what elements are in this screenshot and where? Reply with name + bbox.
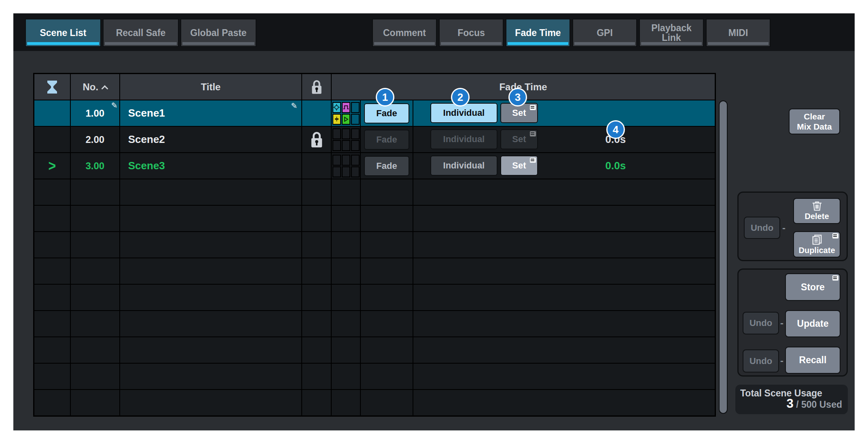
scene-title-cell[interactable]: Scene1 ✎ [120,100,301,126]
fade-time-cell [413,390,715,415]
empty-scene-row[interactable] [34,206,715,231]
tab-label: Comment [383,28,426,38]
empty-scene-row[interactable] [34,364,715,389]
hourglass-icon [47,80,58,94]
empty-scene-row[interactable] [34,311,715,336]
scene-number-cell[interactable]: 1.00 ✎ [71,100,119,126]
scene-title-cell [120,179,301,205]
scene-number-cell [71,364,119,389]
fade-cell [361,311,413,336]
undo-recall-button[interactable]: Undo [743,349,779,373]
lock-cell[interactable] [302,153,331,179]
empty-scene-row[interactable] [34,390,715,415]
scene-number-cell [71,390,119,415]
fade-time-value: 0.0s [587,153,644,179]
fade-column-header[interactable] [34,74,70,100]
fade-cell [361,179,413,205]
status-icon-empty [342,155,350,166]
next-recall-arrow-icon: > [49,157,56,175]
empty-scene-row[interactable] [34,179,715,205]
scene-title-cell[interactable]: Scene3 [120,153,301,179]
tab-fade-time[interactable]: Fade Time [506,19,570,47]
cursor-cell [34,390,70,415]
scene-list-window: Scene List Recall Safe Global Paste Comm… [13,13,855,430]
scene-title: Scene3 [120,160,165,172]
scene-number-cell[interactable]: 3.00 [71,153,119,179]
empty-scene-row[interactable] [34,285,715,310]
callout-badge-1: 1 [376,88,394,106]
fade-toggle-button[interactable]: Fade [364,130,409,150]
fade-toggle-button[interactable]: Fade [364,156,409,176]
lock-column-header[interactable] [302,74,331,100]
edit-title-pencil-icon[interactable]: ✎ [291,102,297,110]
tab-scene-list[interactable]: Scene List [25,19,101,47]
callout-badge-3: 3 [508,88,527,106]
tab-focus[interactable]: Focus [439,19,504,47]
lock-cell [302,179,331,205]
scene-title-cell [120,311,301,336]
tab-comment[interactable]: Comment [372,19,437,47]
undo-update-button[interactable]: Undo [743,312,779,334]
undo-link-dash: - [782,222,785,234]
duplicate-button[interactable]: Duplicate [793,231,840,258]
status-icon-empty [332,155,341,166]
set-button-label: Set [512,160,526,171]
fade-cell: Fade [361,127,413,152]
duplicate-label: Duplicate [798,246,835,255]
fade-time-cell [413,206,715,231]
clear-mix-data-label: Clear [804,112,825,121]
status-icon-empty [351,166,360,177]
edit-number-pencil-icon[interactable]: ✎ [111,102,118,109]
recall-button[interactable]: Recall [785,347,840,374]
popup-window-icon [530,105,536,110]
tab-gpi[interactable]: GPI [572,19,637,47]
cursor-cell [34,337,70,363]
tab-playback-link[interactable]: Playback Link [639,19,704,47]
tab-recall-safe[interactable]: Recall Safe [103,19,179,47]
status-icon-empty [351,114,360,125]
title-column-header[interactable]: Title [120,74,301,100]
undo-delete-button[interactable]: Undo [744,217,780,239]
tab-midi[interactable]: MIDI [706,19,771,47]
store-button[interactable]: Store [785,273,840,301]
individual-toggle-button[interactable]: Individual [430,155,498,176]
scene-row-3[interactable]: > 3.00 Scene3 Fade Individual Se [34,153,715,179]
set-button[interactable]: Set [500,129,538,149]
scene-list-scrollbar[interactable] [719,100,728,414]
fade-time-cell [413,258,715,284]
usage-value: 3 / 500 Used [787,396,842,411]
table-header-row: No. Title Fade Time [34,74,715,100]
fade-cell [361,390,413,415]
fade-time-cell [413,337,715,363]
lock-icon [310,131,324,149]
scene-title-cell [120,258,301,284]
scene-title: Scene1 [120,107,165,119]
duplicate-pages-icon [811,234,823,245]
scene-title-cell [120,232,301,258]
lock-cell[interactable] [302,127,331,152]
set-button[interactable]: Set [500,155,538,176]
scene-title-cell[interactable]: Scene2 [120,127,301,152]
individual-toggle-button[interactable]: Individual [430,129,498,149]
scene-number-cell[interactable]: 2.00 [71,127,119,152]
status-icon-grid [332,102,360,125]
set-button-label: Set [512,108,526,118]
status-icons-cell [332,364,360,389]
tab-label: GPI [597,28,613,38]
number-column-header[interactable]: No. [71,74,119,100]
tab-label: Playback Link [646,23,697,43]
delete-button[interactable]: Delete [793,198,840,224]
store-recall-panel: Store Undo - Update Undo - Recall [737,268,848,377]
total-scene-usage-panel: Total Scene Usage 3 / 500 Used [735,385,848,414]
lock-cell[interactable] [302,100,331,126]
empty-scene-row[interactable] [34,337,715,363]
fade-cell [361,364,413,389]
empty-scene-row[interactable] [34,258,715,284]
update-button[interactable]: Update [785,310,840,337]
callout-badge-2: 2 [451,88,470,106]
status-icon-grid [332,155,360,177]
clear-mix-data-button[interactable]: Clear Mix Data [789,109,840,134]
empty-scene-row[interactable] [34,232,715,258]
tab-global-paste[interactable]: Global Paste [180,19,256,47]
individual-toggle-button[interactable]: Individual [430,103,498,123]
